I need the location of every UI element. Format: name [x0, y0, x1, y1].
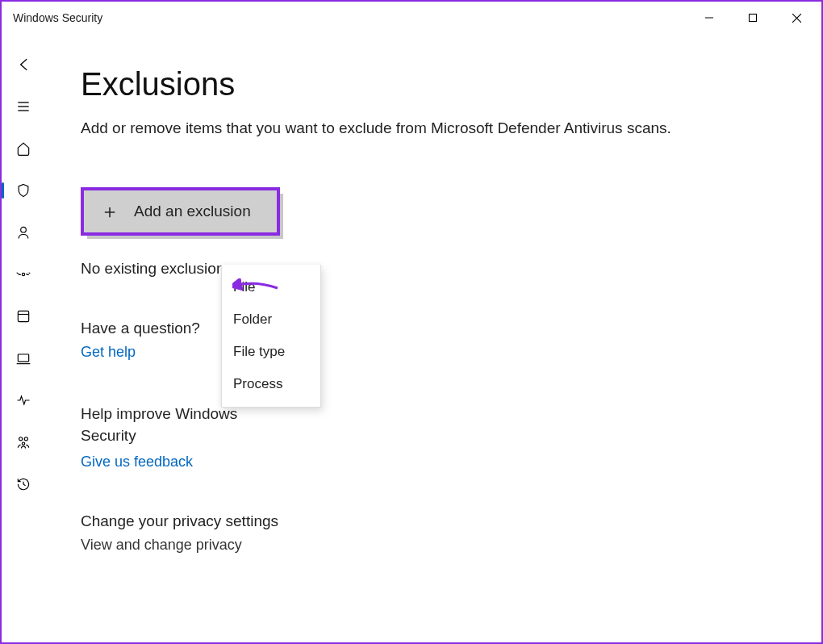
window-title: Windows Security — [13, 11, 687, 24]
privacy-heading: Change your privacy settings — [81, 512, 786, 530]
no-exclusions-text: No existing exclusions. — [81, 260, 786, 278]
svg-point-15 — [22, 442, 24, 445]
sidebar-item-virus-protection[interactable] — [4, 176, 43, 205]
svg-point-7 — [21, 227, 27, 232]
titlebar: Windows Security — [2, 2, 821, 34]
main-content: Exclusions Add or remove items that you … — [45, 34, 821, 642]
sidebar-item-family-options[interactable] — [4, 428, 43, 457]
sidebar-item-app-browser-control[interactable] — [4, 302, 43, 331]
sidebar-item-device-security[interactable] — [4, 344, 43, 373]
svg-point-13 — [19, 437, 23, 441]
question-heading: Have a question? — [81, 320, 786, 337]
close-button[interactable] — [775, 2, 818, 34]
sidebar — [2, 34, 45, 642]
svg-rect-11 — [18, 354, 28, 362]
page-description: Add or remove items that you want to exc… — [81, 117, 786, 140]
sidebar-item-firewall[interactable] — [4, 260, 43, 289]
minimize-button[interactable] — [687, 2, 731, 34]
feedback-link[interactable]: Give us feedback — [81, 454, 193, 470]
svg-rect-9 — [18, 311, 28, 321]
privacy-description: View and change privacy — [81, 537, 786, 554]
exclusion-type-dropdown: File Folder File type Process — [221, 265, 321, 408]
sidebar-item-home[interactable] — [4, 134, 43, 163]
maximize-button[interactable] — [731, 2, 775, 34]
menu-button[interactable] — [4, 92, 43, 121]
plus-icon: ＋ — [100, 199, 119, 224]
svg-rect-1 — [750, 15, 757, 22]
sidebar-item-device-performance-health[interactable] — [4, 386, 43, 415]
sidebar-item-account-protection[interactable] — [4, 218, 43, 247]
dropdown-item-process[interactable]: Process — [222, 368, 320, 400]
add-exclusion-button[interactable]: ＋ Add an exclusion — [81, 187, 280, 236]
improve-heading: Help improve Windows Security — [81, 403, 274, 447]
sidebar-item-protection-history[interactable] — [4, 470, 43, 499]
dropdown-item-folder[interactable]: Folder — [222, 303, 320, 336]
dropdown-item-file[interactable]: File — [222, 271, 320, 303]
window-controls — [687, 2, 818, 34]
dropdown-item-file-type[interactable]: File type — [222, 336, 320, 368]
svg-line-3 — [792, 14, 801, 23]
svg-line-2 — [792, 14, 801, 23]
get-help-link[interactable]: Get help — [81, 344, 136, 361]
add-exclusion-label: Add an exclusion — [134, 203, 251, 220]
back-button[interactable] — [4, 50, 43, 79]
svg-point-14 — [24, 437, 27, 441]
svg-point-8 — [22, 273, 24, 275]
page-title: Exclusions — [81, 66, 786, 102]
